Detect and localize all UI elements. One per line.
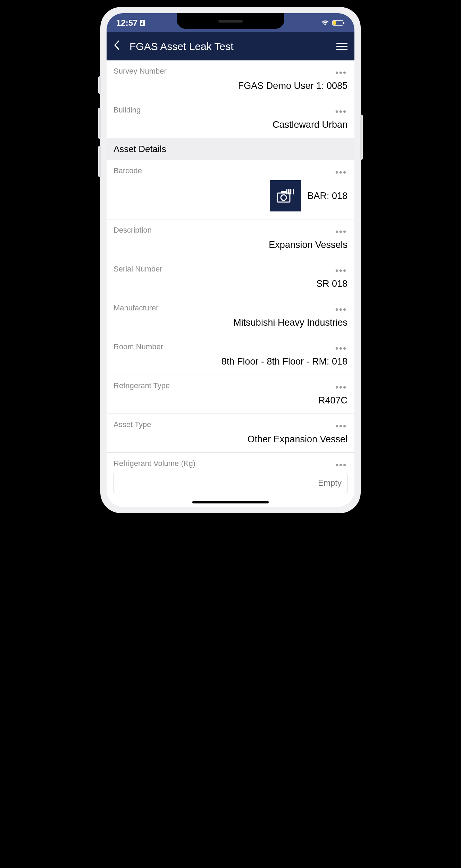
status-bar: 12:57 [107, 13, 354, 32]
svg-rect-4 [343, 22, 344, 24]
field-value: Other Expansion Vessel [114, 434, 347, 445]
field-value: SR 018 [114, 278, 347, 289]
screen: 12:57 [107, 13, 354, 507]
volume-down-button [98, 146, 101, 177]
field-label: Survey Number [114, 67, 347, 76]
status-right [321, 20, 345, 26]
volume-up-button [98, 108, 101, 139]
svg-rect-12 [281, 191, 286, 193]
field-barcode[interactable]: ••• Barcode [107, 160, 354, 219]
more-icon[interactable]: ••• [335, 265, 347, 276]
phone-frame: 12:57 [100, 7, 361, 513]
more-icon[interactable]: ••• [335, 167, 347, 178]
field-description[interactable]: ••• Description Expansion Vessels [107, 219, 354, 258]
field-refrigerant-volume[interactable]: ••• Refrigerant Volume (Kg) [107, 453, 354, 507]
field-value: Expansion Vessels [114, 240, 347, 250]
sim-icon [140, 19, 145, 26]
refrigerant-volume-input[interactable] [114, 473, 347, 493]
field-label: Room Number [114, 342, 347, 351]
svg-point-1 [142, 21, 143, 23]
section-asset-details: Asset Details [107, 138, 354, 160]
power-button [360, 115, 363, 160]
field-label: Refrigerant Volume (Kg) [114, 459, 347, 468]
wifi-icon [321, 20, 329, 26]
more-icon[interactable]: ••• [335, 460, 347, 470]
page-title: FGAS Asset Leak Test [129, 41, 327, 52]
field-label: Serial Number [114, 265, 347, 274]
svg-rect-6 [286, 189, 287, 194]
field-refrigerant-type[interactable]: ••• Refrigerant Type R407C [107, 375, 354, 414]
field-manufacturer[interactable]: ••• Manufacturer Mitsubishi Heavy Indust… [107, 297, 354, 336]
field-room-number[interactable]: ••• Room Number 8th Floor - 8th Floor - … [107, 336, 354, 375]
barcode-scan-button[interactable] [270, 180, 301, 211]
field-value: BAR: 018 [307, 191, 347, 201]
more-icon[interactable]: ••• [335, 67, 347, 78]
field-building[interactable]: ••• Building Castleward Urban [107, 99, 354, 138]
field-survey-number[interactable]: ••• Survey Number FGAS Demo User 1: 0085 [107, 60, 354, 99]
field-value: R407C [114, 395, 347, 406]
more-icon[interactable]: ••• [335, 226, 347, 237]
side-button [98, 76, 101, 94]
field-label: Building [114, 106, 347, 115]
svg-rect-2 [141, 23, 143, 25]
battery-icon [332, 20, 345, 26]
field-value: Castleward Urban [114, 119, 347, 130]
home-indicator[interactable] [192, 501, 269, 503]
status-time: 12:57 [116, 18, 137, 28]
more-icon[interactable]: ••• [335, 343, 347, 354]
field-asset-type[interactable]: ••• Asset Type Other Expansion Vessel [107, 414, 354, 453]
back-button[interactable] [114, 40, 120, 53]
field-label: Refrigerant Type [114, 381, 347, 390]
svg-rect-7 [288, 189, 289, 194]
more-icon[interactable]: ••• [335, 106, 347, 117]
field-value: Mitsubishi Heavy Industries [114, 317, 347, 328]
field-label: Manufacturer [114, 303, 347, 312]
notch [177, 13, 284, 29]
more-icon[interactable]: ••• [335, 304, 347, 315]
form-content: ••• Survey Number FGAS Demo User 1: 0085… [107, 60, 354, 507]
field-label: Description [114, 226, 347, 235]
field-label: Asset Type [114, 420, 347, 429]
more-icon[interactable]: ••• [335, 382, 347, 393]
svg-point-13 [281, 195, 286, 200]
field-label: Barcode [114, 166, 347, 175]
field-value: FGAS Demo User 1: 0085 [114, 81, 347, 91]
svg-rect-9 [292, 189, 292, 194]
app-header: FGAS Asset Leak Test [107, 32, 354, 60]
status-time-area: 12:57 [116, 18, 145, 28]
svg-rect-10 [293, 189, 294, 194]
field-value: 8th Floor - 8th Floor - RM: 018 [114, 356, 347, 367]
svg-rect-5 [333, 21, 336, 25]
menu-button[interactable] [336, 43, 347, 50]
more-icon[interactable]: ••• [335, 421, 347, 432]
speaker [218, 20, 243, 23]
field-serial-number[interactable]: ••• Serial Number SR 018 [107, 258, 354, 297]
